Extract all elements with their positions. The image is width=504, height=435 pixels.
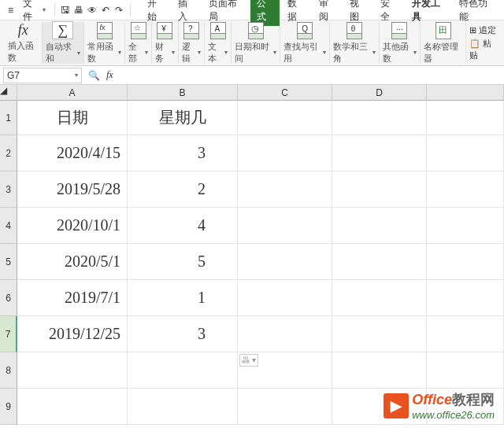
group-other[interactable]: 其他函数▾ [380,22,421,64]
cell-c4[interactable] [238,208,332,244]
cell-c2[interactable] [238,135,332,171]
row-header-5[interactable]: 5 [0,244,17,280]
cell-d5[interactable] [332,244,427,280]
row-header-8[interactable]: 8 [0,352,17,389]
finance-label: 财务 [155,41,170,65]
print-icon[interactable]: 🖶 [74,5,84,16]
cell-d1[interactable] [332,101,427,135]
other-icon [391,22,407,39]
col-header-d[interactable]: D [332,85,427,101]
group-insert-fn[interactable]: fx 插入函数 [5,22,43,64]
cell-d4[interactable] [332,208,427,244]
cell-e1[interactable] [427,101,504,135]
cell-e7[interactable] [427,316,504,352]
name-box-value: G7 [7,70,20,81]
select-all-corner[interactable]: ◢ [0,85,17,101]
cell-a8[interactable] [17,352,128,389]
spreadsheet[interactable]: ◢ A B C D 1 日期 星期几 2 2020/4/15 3 3 2019/… [0,85,504,425]
cell-a7[interactable]: 2019/12/25 [17,316,128,352]
cell-d6[interactable] [332,280,427,316]
all-label: 全部 [128,41,143,65]
cell-d2[interactable] [332,135,427,171]
redo-icon[interactable]: ↷ [114,5,124,16]
cell-d8[interactable] [332,352,427,389]
preview-icon[interactable]: 👁 [87,5,98,16]
group-text[interactable]: 文本▾ [205,22,232,64]
cell-d3[interactable] [332,171,427,208]
file-label: 文件 [23,0,40,24]
cell-c1[interactable] [238,101,332,135]
name-box[interactable]: G7 ▾ [3,68,82,83]
save-icon[interactable]: 🖫 [61,5,71,16]
math-label: 数学和三角 [333,41,371,65]
sigma-icon: ∑ [52,21,73,39]
cell-a5[interactable]: 2020/5/1 [17,244,128,280]
cell-b7[interactable]: 3 [128,316,238,352]
col-header-e[interactable] [427,85,504,101]
group-all[interactable]: 全部▾ [125,22,152,64]
row-header-3[interactable]: 3 [0,171,17,208]
cell-b3[interactable]: 2 [128,171,238,208]
group-logic[interactable]: 逻辑▾ [179,22,206,64]
cell-b2[interactable]: 3 [128,135,238,171]
cell-c3[interactable] [238,171,332,208]
group-names[interactable]: 名称管理器 [421,22,465,64]
group-common[interactable]: 常用函数▾ [84,22,126,64]
row-header-6[interactable]: 6 [0,280,17,316]
row-header-2[interactable]: 2 [0,135,17,171]
group-math[interactable]: 数学和三角▾ [330,22,380,64]
cell-b6[interactable]: 1 [128,280,238,316]
cell-a3[interactable]: 2019/5/28 [17,171,128,208]
col-header-a[interactable]: A [17,85,128,101]
cell-c6[interactable] [238,280,332,316]
cell-a2[interactable]: 2020/4/15 [17,135,128,171]
common-fn-icon [97,22,113,39]
row-header-9[interactable]: 9 [0,389,17,425]
undo-icon[interactable]: ↶ [101,5,111,16]
smart-tag-icon[interactable]: 畾 ▾ [239,354,258,367]
cell-b5[interactable]: 5 [128,244,238,280]
file-menu[interactable]: 文件▾ [20,0,49,24]
cell-e6[interactable] [427,280,504,316]
cell-b1[interactable]: 星期几 [128,101,238,135]
cell-c8[interactable]: 畾 ▾ [238,352,332,389]
group-autosum[interactable]: ∑ 自动求和▾ [43,22,84,64]
text-label: 文本 [208,41,223,65]
group-lookup[interactable]: 查找与引用▾ [280,22,330,64]
cell-a4[interactable]: 2020/10/1 [17,208,128,244]
cell-b8[interactable] [128,352,238,389]
cell-a9[interactable] [17,389,128,425]
insert-fn-label: 插入函数 [8,40,39,64]
col-header-b[interactable]: B [128,85,238,101]
paste-label: 📋 粘贴 [469,38,496,61]
cell-e3[interactable] [427,171,504,208]
cell-b4[interactable]: 4 [128,208,238,244]
col-header-c[interactable]: C [238,85,332,101]
cell-b9[interactable] [128,389,238,425]
cell-a1[interactable]: 日期 [17,101,128,135]
caret-icon: ▾ [43,6,46,13]
row-header-4[interactable]: 4 [0,208,17,244]
cell-c9[interactable] [238,389,332,425]
datetime-label: 日期和时间 [235,41,272,65]
cell-c7[interactable] [238,316,332,352]
group-finance[interactable]: 财务▾ [152,22,179,64]
trace-label: ⊞ 追定 [469,24,496,36]
cell-c5[interactable] [238,244,332,280]
fx-label-icon[interactable]: fx [106,69,113,81]
zoom-icon[interactable]: 🔍 [88,70,100,81]
cell-e2[interactable] [427,135,504,171]
app-menu-icon[interactable]: ≡ [5,5,17,16]
cell-d7[interactable] [332,316,427,352]
cell-e8[interactable] [427,352,504,389]
cell-e4[interactable] [427,208,504,244]
name-mgr-label: 名称管理器 [424,41,461,65]
row-header-1[interactable]: 1 [0,101,17,135]
cell-a6[interactable]: 2019/7/1 [17,280,128,316]
text-icon [210,22,226,39]
watermark-url: www.office26.com [412,409,495,421]
cell-e5[interactable] [427,244,504,280]
row-header-7[interactable]: 7 [0,316,17,352]
group-trace[interactable]: ⊞ 追定 📋 粘贴 [466,22,499,64]
group-datetime[interactable]: 日期和时间▾ [232,22,281,64]
